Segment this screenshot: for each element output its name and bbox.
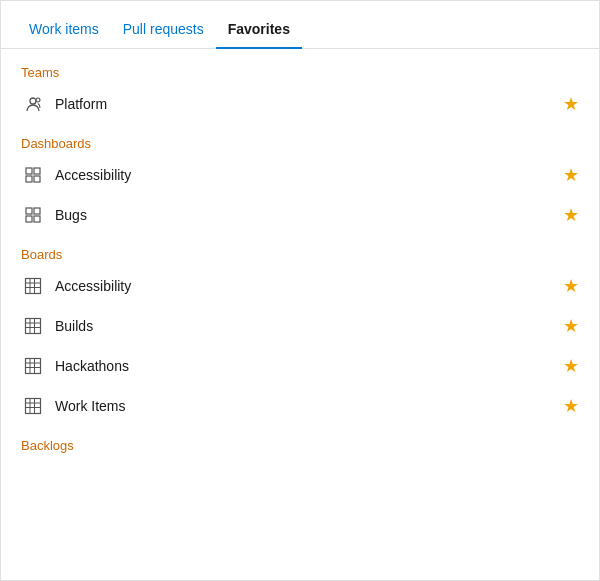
bugs-dash-label: Bugs — [55, 207, 563, 223]
content-area: Teams Platform ★ Dashboards — [1, 49, 599, 580]
tab-bar: Work items Pull requests Favorites — [1, 1, 599, 49]
section-header-backlogs: Backlogs — [17, 438, 599, 453]
tab-pull-requests[interactable]: Pull requests — [111, 9, 216, 49]
svg-point-1 — [36, 98, 40, 102]
section-header-teams: Teams — [17, 65, 599, 80]
list-item-bugs-dash[interactable]: Bugs ★ — [17, 195, 599, 235]
svg-rect-5 — [34, 176, 40, 182]
list-item-builds-board[interactable]: Builds ★ — [17, 306, 599, 346]
accessibility-dash-star[interactable]: ★ — [563, 164, 579, 186]
section-header-dashboards: Dashboards — [17, 136, 599, 151]
svg-rect-7 — [34, 208, 40, 214]
dashboard-icon-2 — [21, 203, 45, 227]
svg-rect-25 — [26, 399, 41, 414]
board-icon-3 — [21, 354, 45, 378]
board-icon-2 — [21, 314, 45, 338]
work-items-board-star[interactable]: ★ — [563, 395, 579, 417]
dashboard-icon-1 — [21, 163, 45, 187]
accessibility-board-star[interactable]: ★ — [563, 275, 579, 297]
list-item-work-items-board[interactable]: Work Items ★ — [17, 386, 599, 426]
board-icon-1 — [21, 274, 45, 298]
svg-rect-20 — [26, 359, 41, 374]
tab-favorites[interactable]: Favorites — [216, 9, 302, 49]
svg-point-0 — [30, 98, 36, 104]
svg-rect-2 — [26, 168, 32, 174]
builds-board-star[interactable]: ★ — [563, 315, 579, 337]
hackathons-board-label: Hackathons — [55, 358, 563, 374]
bugs-dash-star[interactable]: ★ — [563, 204, 579, 226]
list-item-hackathons-board[interactable]: Hackathons ★ — [17, 346, 599, 386]
work-items-board-label: Work Items — [55, 398, 563, 414]
main-container: Work items Pull requests Favorites Teams… — [0, 0, 600, 581]
section-header-boards: Boards — [17, 247, 599, 262]
accessibility-board-label: Accessibility — [55, 278, 563, 294]
svg-rect-8 — [26, 216, 32, 222]
svg-rect-4 — [26, 176, 32, 182]
platform-star[interactable]: ★ — [563, 93, 579, 115]
svg-rect-3 — [34, 168, 40, 174]
hackathons-board-star[interactable]: ★ — [563, 355, 579, 377]
builds-board-label: Builds — [55, 318, 563, 334]
svg-rect-15 — [26, 319, 41, 334]
list-item-platform[interactable]: Platform ★ — [17, 84, 599, 124]
board-icon-4 — [21, 394, 45, 418]
svg-rect-10 — [26, 279, 41, 294]
svg-rect-6 — [26, 208, 32, 214]
team-icon — [21, 92, 45, 116]
tab-work-items[interactable]: Work items — [17, 9, 111, 49]
accessibility-dash-label: Accessibility — [55, 167, 563, 183]
platform-label: Platform — [55, 96, 563, 112]
list-item-accessibility-dash[interactable]: Accessibility ★ — [17, 155, 599, 195]
list-item-accessibility-board[interactable]: Accessibility ★ — [17, 266, 599, 306]
svg-rect-9 — [34, 216, 40, 222]
